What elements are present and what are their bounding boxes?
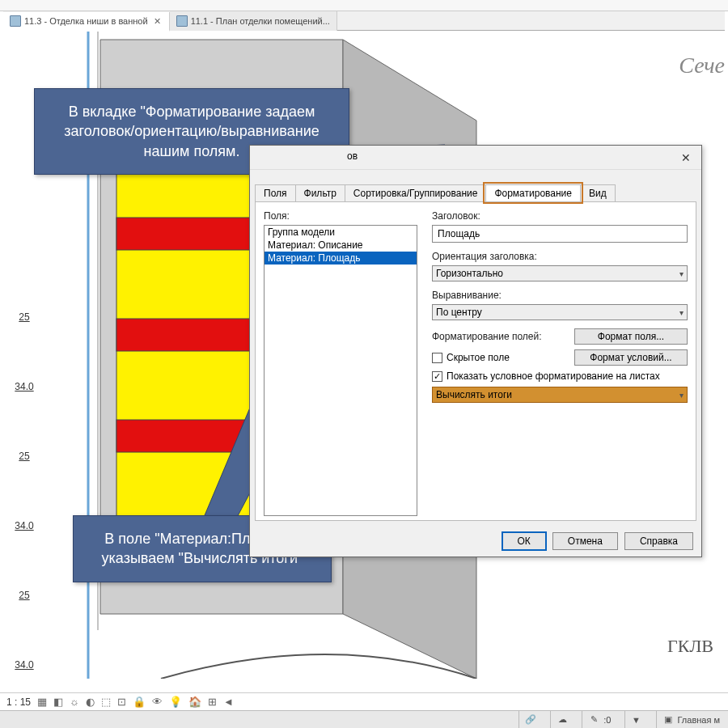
schedule-properties-dialog: ов ✕ Поля Фильтр Сортировка/Группировани… xyxy=(249,145,702,557)
detail-level-icon[interactable]: ▦ xyxy=(37,696,47,708)
align-select[interactable]: По центру▾ xyxy=(432,304,688,320)
tab-other[interactable]: 11.1 - План отделки помещений... xyxy=(170,11,337,31)
chevron-down-icon: ▾ xyxy=(679,391,684,400)
show-conditional-checkbox[interactable] xyxy=(432,371,442,382)
tab-view[interactable]: Вид xyxy=(580,184,616,201)
ok-button[interactable]: ОК xyxy=(502,532,546,550)
align-label: Выравнивание: xyxy=(432,290,688,301)
hide-icon[interactable]: 👁 xyxy=(152,696,163,708)
arrow-left-icon[interactable]: ◄ xyxy=(223,696,234,708)
tab-active[interactable]: 11.3 - Отделка ниши в ванной ✕ xyxy=(3,12,170,32)
scale-display[interactable]: 1 : 15 xyxy=(6,696,31,708)
crop-region-icon[interactable]: ⊡ xyxy=(117,696,126,708)
model-icon[interactable]: ▣ xyxy=(662,713,675,726)
shadows-icon[interactable]: ◐ xyxy=(86,696,95,708)
section-label: Сече xyxy=(679,53,725,78)
filter-icon[interactable]: ▼ xyxy=(630,713,643,726)
chevron-down-icon: ▾ xyxy=(679,308,684,317)
hidden-field-label: Скрытое поле xyxy=(447,352,510,363)
tab-title: 11.1 - План отделки помещений... xyxy=(191,16,330,26)
reveal-icon[interactable]: 💡 xyxy=(169,696,182,708)
view-icon xyxy=(10,15,21,27)
cancel-button[interactable]: Отмена xyxy=(552,532,618,550)
visual-style-icon[interactable]: ◧ xyxy=(53,696,63,708)
fields-listbox[interactable]: Группа модели Материал: Описание Материа… xyxy=(264,225,417,516)
dimensions-left: 25 34.0 25 34.0 25 34.0 290 xyxy=(8,282,40,692)
status-count: :0 xyxy=(603,715,611,725)
heading-input[interactable] xyxy=(432,225,688,243)
close-button[interactable]: ✕ xyxy=(671,146,701,169)
status-main: Главная м xyxy=(678,715,721,725)
status-bar: 🔗 ☁ ✎:0 ▼ ▣Главная м xyxy=(0,710,728,728)
document-tabs: 11.3 - Отделка ниши в ванной ✕ 11.1 - Пл… xyxy=(3,11,725,31)
label-gklv: ГКЛВ xyxy=(667,636,713,657)
link-icon[interactable]: 🔗 xyxy=(524,713,537,726)
tab-fields[interactable]: Поля xyxy=(255,184,296,201)
view-icon xyxy=(176,15,188,27)
calculate-totals-select[interactable]: Вычислять итоги▾ xyxy=(432,387,688,403)
format-conditions-button[interactable]: Формат условий... xyxy=(574,349,688,366)
show-conditional-label: Показать условное форматирование на лист… xyxy=(447,370,660,382)
heading-label: Заголовок: xyxy=(432,210,688,222)
cloud-icon[interactable]: ☁ xyxy=(556,713,569,726)
lock-icon[interactable]: 🔒 xyxy=(133,696,146,708)
sun-path-icon[interactable]: ☼ xyxy=(70,696,79,708)
view-icon[interactable]: 🏠 xyxy=(188,696,201,708)
dialog-title: ов xyxy=(347,150,358,162)
format-field-button[interactable]: Формат поля... xyxy=(574,328,688,345)
close-icon[interactable]: ✕ xyxy=(153,16,163,26)
tab-sort-group[interactable]: Сортировка/Группирование xyxy=(345,184,487,201)
crop-icon[interactable]: ⬚ xyxy=(101,696,111,708)
tab-filter[interactable]: Фильтр xyxy=(295,184,345,201)
dialog-tabs: Поля Фильтр Сортировка/Группирование Фор… xyxy=(255,184,615,201)
edit-icon[interactable]: ✎ xyxy=(587,713,600,726)
view-control-bar: 1 : 15 ▦ ◧ ☼ ◐ ⬚ ⊡ 🔒 👁 💡 🏠 ⊞ ◄ xyxy=(0,692,728,710)
chevron-down-icon: ▾ xyxy=(679,269,684,278)
orientation-select[interactable]: Горизонтально▾ xyxy=(432,265,688,281)
tab-title: 11.3 - Отделка ниши в ванной xyxy=(24,16,148,26)
hidden-field-checkbox[interactable] xyxy=(432,353,442,363)
help-button[interactable]: Справка xyxy=(624,532,693,550)
tab-formatting[interactable]: Форматирование xyxy=(485,184,581,201)
orientation-label: Ориентация заголовка: xyxy=(432,251,688,262)
dialog-body: Поля: Группа модели Материал: Описание М… xyxy=(255,201,696,521)
list-item[interactable]: Материал: Описание xyxy=(265,239,417,252)
list-item[interactable]: Группа модели xyxy=(265,226,417,239)
drawing-canvas[interactable]: Сече ГКЛВ 25 34.0 25 34.0 25 34.0 290 25… xyxy=(0,32,728,692)
nav-icon[interactable]: ⊞ xyxy=(208,696,217,708)
format-fields-label: Форматирование полей: xyxy=(432,331,542,342)
list-item-selected[interactable]: Материал: Площадь xyxy=(265,252,417,265)
